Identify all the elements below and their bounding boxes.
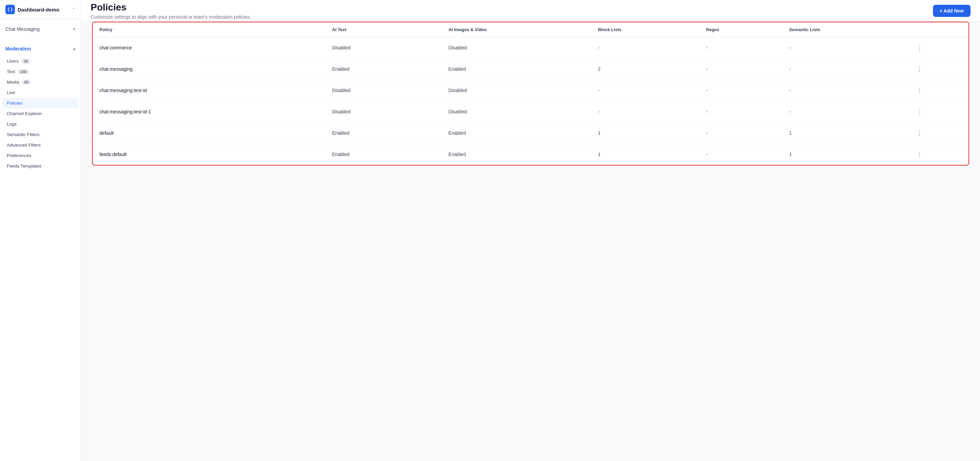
- cell-semantic-lists: 1: [783, 123, 907, 144]
- svg-marker-1: [11, 8, 13, 11]
- cell-ai-images: Enabled: [442, 123, 591, 144]
- cell-semantic-lists: -: [783, 101, 907, 123]
- feeds-templates-label: Feeds Templates: [7, 163, 41, 169]
- chat-messaging-arrow-icon: ▾: [73, 27, 75, 32]
- cell-policy-name: feeds:default: [93, 144, 325, 165]
- row-more-menu-button[interactable]: ⋮: [914, 107, 925, 116]
- row-more-menu-button[interactable]: ⋮: [914, 150, 925, 159]
- table-body: chat:commerce Disabled Disabled - - - ⋮ …: [93, 37, 969, 165]
- col-header-block-lists: Block Lists: [591, 22, 699, 37]
- cell-policy-name: chat:messaging:test-id: [93, 80, 325, 101]
- cell-regex: -: [699, 144, 783, 165]
- main-content: Policies Customize settings to align wit…: [81, 0, 980, 461]
- sidebar-item-live[interactable]: Live: [0, 87, 81, 98]
- col-header-ai-text: AI Text: [325, 22, 442, 37]
- table-row: chat:messaging Enabled Enabled 2 - - ⋮: [93, 59, 969, 80]
- sidebar-item-channel-explorer[interactable]: Channel Explorer: [0, 108, 81, 119]
- table-row: feeds:default Enabled Enabled 1 - 1 ⋮: [93, 144, 969, 165]
- page-subtitle: Customize settings to align with your pe…: [91, 14, 251, 20]
- cell-actions: ⋮: [907, 144, 969, 165]
- cell-semantic-lists: -: [783, 59, 907, 80]
- cell-actions: ⋮: [907, 101, 969, 123]
- sidebar-item-logs[interactable]: Logs: [0, 119, 81, 129]
- cell-block-lists: -: [591, 101, 699, 123]
- text-badge: 158: [18, 69, 29, 74]
- cell-policy-name: chat:commerce: [93, 37, 325, 59]
- cell-actions: ⋮: [907, 80, 969, 101]
- table-header: Policy AI Text AI Images & Video Block L…: [93, 22, 969, 37]
- cell-semantic-lists: -: [783, 80, 907, 101]
- logs-label: Logs: [7, 121, 17, 127]
- cell-ai-text: Enabled: [325, 144, 442, 165]
- sidebar-item-moderation[interactable]: Moderation ▴: [0, 43, 81, 54]
- cell-ai-text: Enabled: [325, 59, 442, 80]
- cell-semantic-lists: 1: [783, 144, 907, 165]
- cell-policy-name: chat:messaging:test-id-1: [93, 101, 325, 123]
- sidebar-item-chat-messaging[interactable]: Chat Messaging ▾: [0, 23, 81, 35]
- cell-block-lists: 1: [591, 123, 699, 144]
- add-new-button[interactable]: + Add New: [933, 5, 970, 17]
- policies-table: Policy AI Text AI Images & Video Block L…: [93, 22, 969, 165]
- cell-ai-images: Disabled: [442, 37, 591, 59]
- col-header-regex: Regex: [699, 22, 783, 37]
- cell-regex: -: [699, 101, 783, 123]
- svg-marker-0: [8, 8, 10, 11]
- sidebar-item-feeds-templates[interactable]: Feeds Templates: [0, 161, 81, 171]
- table-row: chat:commerce Disabled Disabled - - - ⋮: [93, 37, 969, 59]
- cell-regex: -: [699, 37, 783, 59]
- media-badge: 85: [22, 80, 31, 85]
- sidebar-item-media[interactable]: Media 85: [0, 77, 81, 87]
- cell-ai-text: Disabled: [325, 37, 442, 59]
- cell-regex: -: [699, 80, 783, 101]
- col-header-policy: Policy: [93, 22, 325, 37]
- content-area: Policy AI Text AI Images & Video Block L…: [81, 22, 980, 461]
- moderation-sub-items: Users 36 Text 158 Media 85 Live Policies…: [0, 54, 81, 175]
- cell-block-lists: 2: [591, 59, 699, 80]
- sidebar-item-moderation-label: Moderation: [5, 46, 31, 51]
- cell-block-lists: 1: [591, 144, 699, 165]
- cell-actions: ⋮: [907, 123, 969, 144]
- moderation-arrow-icon: ▴: [73, 47, 75, 51]
- cell-ai-images: Enabled: [442, 144, 591, 165]
- cell-ai-images: Enabled: [442, 59, 591, 80]
- cell-regex: -: [699, 59, 783, 80]
- col-header-actions: [907, 22, 969, 37]
- page-title: Policies: [91, 2, 251, 13]
- advanced-filters-label: Advanced Filters: [7, 142, 41, 148]
- cell-ai-images: Disabled: [442, 80, 591, 101]
- policies-table-container: Policy AI Text AI Images & Video Block L…: [92, 22, 969, 166]
- cell-ai-text: Disabled: [325, 101, 442, 123]
- app-logo-icon: [5, 5, 15, 14]
- table-row: chat:messaging:test-id Disabled Disabled…: [93, 80, 969, 101]
- cell-actions: ⋮: [907, 59, 969, 80]
- page-header-top: Policies Customize settings to align wit…: [91, 2, 251, 20]
- media-label: Media: [7, 80, 19, 85]
- sidebar-item-preferences[interactable]: Preferences: [0, 150, 81, 161]
- top-bar: Policies Customize settings to align wit…: [81, 0, 980, 22]
- cell-block-lists: -: [591, 37, 699, 59]
- cell-policy-name: default: [93, 123, 325, 144]
- sidebar-item-advanced-filters[interactable]: Advanced Filters: [0, 140, 81, 150]
- table-row: chat:messaging:test-id-1 Disabled Disabl…: [93, 101, 969, 123]
- app-header[interactable]: Dashboard-demo ⌃: [0, 0, 81, 19]
- row-more-menu-button[interactable]: ⋮: [914, 43, 925, 52]
- cell-ai-text: Disabled: [325, 80, 442, 101]
- sidebar-item-semantic-filters[interactable]: Semantic Filters: [0, 129, 81, 140]
- row-more-menu-button[interactable]: ⋮: [914, 129, 925, 137]
- row-more-menu-button[interactable]: ⋮: [914, 86, 925, 95]
- semantic-filters-label: Semantic Filters: [7, 132, 40, 137]
- sidebar-section-chat: Chat Messaging ▾: [0, 19, 81, 39]
- cell-regex: -: [699, 123, 783, 144]
- sidebar-item-users[interactable]: Users 36: [0, 56, 81, 66]
- cell-semantic-lists: -: [783, 37, 907, 59]
- cell-ai-images: Disabled: [442, 101, 591, 123]
- sidebar-item-policies[interactable]: Policies: [3, 98, 78, 108]
- app-chevron-icon: ⌃: [72, 7, 75, 12]
- row-more-menu-button[interactable]: ⋮: [914, 65, 925, 73]
- cell-ai-text: Enabled: [325, 123, 442, 144]
- channel-explorer-label: Channel Explorer: [7, 111, 42, 116]
- sidebar: Dashboard-demo ⌃ Chat Messaging ▾ Modera…: [0, 0, 81, 461]
- col-header-semantic-lists: Semantic Lists: [783, 22, 907, 37]
- sidebar-item-text[interactable]: Text 158: [0, 66, 81, 77]
- cell-actions: ⋮: [907, 37, 969, 59]
